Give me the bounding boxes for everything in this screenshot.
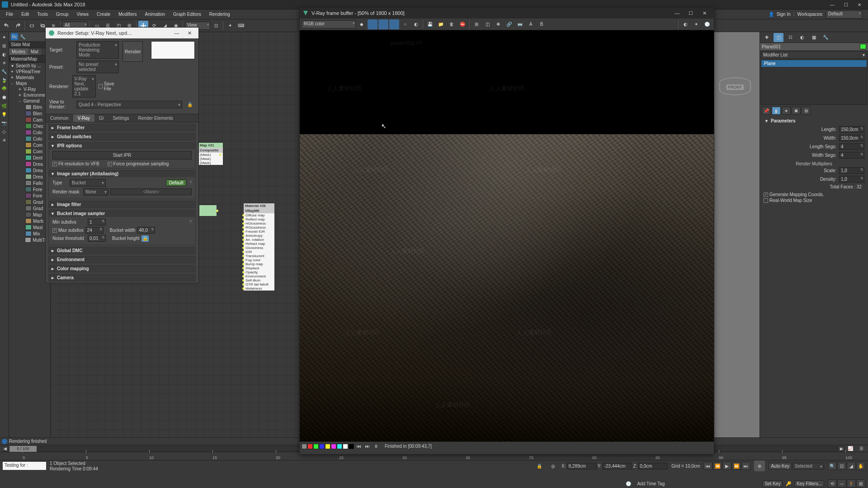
front-viewport[interactable]: FRONT: [710, 32, 760, 488]
create-tab-icon[interactable]: ✦: [0, 33, 8, 41]
next-frame-icon[interactable]: ⏭: [364, 443, 371, 450]
view-to-render-dropdown[interactable]: Quad 4 - Perspective: [76, 101, 182, 108]
width-input[interactable]: 150,0cm: [839, 135, 864, 141]
dialog-minimize[interactable]: —: [170, 30, 183, 36]
utilities-panel-icon[interactable]: 🔧: [821, 33, 830, 42]
map-item[interactable]: Colo: [9, 129, 50, 136]
mono-channel-icon[interactable]: ◐: [411, 19, 421, 29]
fit-resolution-checkbox[interactable]: ✓Fit resolution to VFB: [52, 161, 99, 166]
real-world-checkbox[interactable]: Real-World Map Size: [764, 198, 864, 203]
density-input[interactable]: 1,0: [839, 176, 864, 183]
menu-animation[interactable]: Animation: [141, 10, 169, 18]
fov-icon[interactable]: ◢: [847, 462, 856, 470]
max-toggle-icon[interactable]: ⊞: [856, 479, 865, 488]
renderer-dropdown[interactable]: V-Ray Next, update 2.1: [72, 75, 96, 98]
goto-start-icon[interactable]: ⏮: [703, 462, 712, 470]
tab-gi[interactable]: GI: [94, 114, 108, 122]
default-button[interactable]: Default: [166, 179, 187, 186]
modifier-stack[interactable]: Plane: [761, 60, 867, 105]
bucket-sampler-rollout[interactable]: ▾Bucket image sampler: [49, 210, 195, 217]
modes-tab[interactable]: Modes: [9, 48, 28, 55]
vfb-minimize[interactable]: —: [670, 10, 684, 16]
dialog-close[interactable]: ✕: [183, 30, 196, 36]
wsegs-input[interactable]: 4: [839, 152, 864, 159]
image-filter-rollout[interactable]: ▸Image filter: [49, 201, 195, 208]
target-dropdown[interactable]: Production Rendering Mode: [76, 41, 119, 59]
blue-channel-icon[interactable]: [389, 19, 399, 29]
color-mapping-rollout[interactable]: ▸Color mapping: [49, 265, 195, 272]
map-node[interactable]: [199, 205, 217, 216]
camera-rollout[interactable]: ▸Camera: [49, 274, 195, 281]
length-input[interactable]: 150,0cm: [839, 126, 864, 133]
vfb-close[interactable]: ✕: [698, 10, 711, 16]
sun-icon[interactable]: ☀: [0, 136, 8, 144]
use-center-icon[interactable]: ⊡: [211, 21, 221, 31]
dolly-icon[interactable]: ↔: [837, 479, 846, 488]
display-panel-icon[interactable]: ▦: [809, 33, 819, 42]
map-item[interactable]: Map: [9, 211, 50, 218]
max-subdivs-checkbox[interactable]: ✓Max subdivs: [52, 228, 84, 233]
camera2-icon[interactable]: 📷: [0, 119, 8, 127]
coord-x-input[interactable]: 8,289cm: [567, 463, 597, 469]
menu-file[interactable]: File: [2, 10, 17, 18]
grass-icon[interactable]: 🌿: [0, 102, 8, 110]
hierarchy-tab-icon[interactable]: ⊞: [0, 42, 8, 50]
environment-rollout[interactable]: ▸Environment: [49, 256, 195, 263]
tab-render-elements[interactable]: Render Elements: [134, 114, 178, 122]
lock-selection-icon[interactable]: 🔒: [534, 461, 544, 471]
channel-swatches[interactable]: [302, 444, 354, 449]
key-icon[interactable]: 🔑: [783, 479, 793, 488]
realtree-row[interactable]: +VPRealTree: [9, 69, 50, 75]
map-item[interactable]: Grad: [9, 205, 50, 211]
helper-icon[interactable]: ◇: [0, 127, 8, 136]
map-item[interactable]: Drea: [9, 174, 50, 180]
alpha-channel-icon[interactable]: ○: [400, 19, 410, 29]
map-item[interactable]: Fallo: [9, 180, 50, 186]
map-item[interactable]: Marb: [9, 218, 50, 224]
general-row[interactable]: -General: [9, 98, 50, 104]
auto-key-button[interactable]: Auto Key: [769, 463, 792, 469]
map-item[interactable]: Bitm: [9, 104, 50, 110]
lock-view-icon[interactable]: 🔒: [185, 99, 195, 109]
green-channel-icon[interactable]: [378, 19, 388, 29]
search-row[interactable]: ▾ Search by ...: [9, 63, 50, 69]
utilities-tab-icon[interactable]: 🔧: [0, 67, 8, 75]
composite-node[interactable]: Map #21 Composite (Mask) (Mask) (Mask): [198, 142, 223, 165]
motion-tab-icon[interactable]: ◐: [0, 50, 8, 58]
history-a-icon[interactable]: A: [526, 19, 536, 29]
menu-modifiers[interactable]: Modifiers: [114, 10, 141, 18]
show-history-icon[interactable]: 🕓: [702, 19, 712, 29]
rgb-icon[interactable]: ◆: [357, 19, 367, 29]
sampler-type-dropdown[interactable]: Bucket: [70, 179, 106, 187]
noise-threshold-input[interactable]: 0,01: [88, 235, 106, 242]
map-item[interactable]: Blen: [9, 110, 50, 117]
map-item[interactable]: Dent: [9, 155, 50, 161]
material-tab[interactable]: Mat: [28, 48, 41, 55]
orbit-icon[interactable]: ⟲: [828, 479, 837, 488]
configure-sets-icon[interactable]: ⚙: [802, 107, 811, 115]
force-progressive-checkbox[interactable]: ✓Force progressive sampling: [108, 161, 169, 166]
menu-create[interactable]: Create: [93, 10, 114, 18]
load-image-icon[interactable]: 📁: [436, 19, 446, 29]
object-color-swatch[interactable]: [860, 44, 866, 49]
pan-icon[interactable]: ✋: [856, 462, 865, 470]
tool-icon[interactable]: 🔧: [19, 33, 26, 40]
map-item[interactable]: Chec: [9, 123, 50, 129]
redo-icon[interactable]: [13, 21, 23, 31]
map-item[interactable]: Com: [9, 148, 50, 155]
maxscript-listener[interactable]: Testing for :: [3, 462, 46, 470]
make-unique-icon[interactable]: ✦: [782, 107, 791, 115]
play-icon[interactable]: ▶: [722, 462, 731, 470]
coord-z-input[interactable]: 0,0cm: [638, 463, 668, 469]
modifier-list-dropdown[interactable]: Modifier List: [761, 51, 867, 59]
lens-effects-icon[interactable]: ✦: [691, 19, 701, 29]
close-button[interactable]: ✕: [853, 0, 866, 9]
render-mask-target[interactable]: <None>: [110, 188, 192, 195]
environ-row[interactable]: +Environmen: [9, 92, 50, 98]
map-item[interactable]: Fore: [9, 192, 50, 199]
rc-icon[interactable]: Rc: [11, 33, 18, 40]
add-time-tag[interactable]: Add Time Tag: [637, 481, 665, 486]
menu-edit[interactable]: Edit: [17, 10, 33, 18]
frame-buffer-rollout[interactable]: ▸Frame buffer: [49, 124, 195, 131]
bucket-height-lock-icon[interactable]: 🔒: [142, 235, 149, 242]
